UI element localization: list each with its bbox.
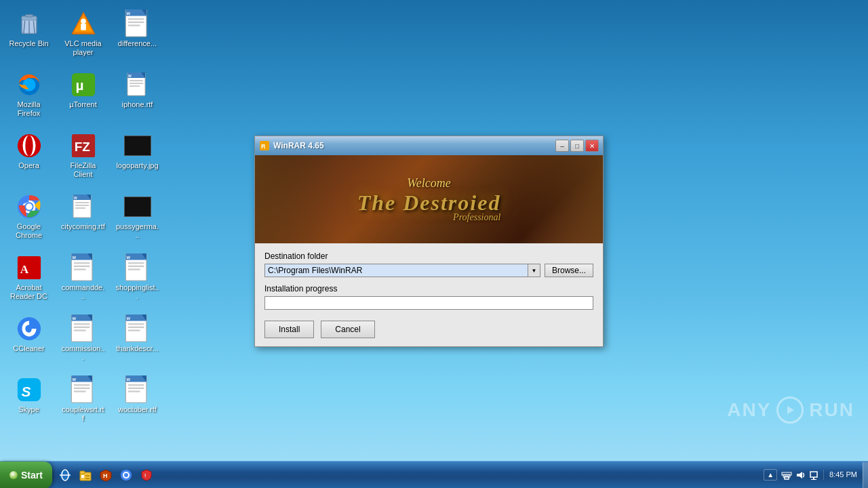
- svg-rect-82: [73, 390, 85, 392]
- svg-rect-25: [130, 83, 143, 84]
- desktop-icon-opera[interactable]: Opera: [3, 129, 54, 190]
- progress-bar-container: [264, 296, 593, 310]
- svg-rect-98: [80, 471, 85, 474]
- svg-rect-24: [130, 80, 143, 81]
- banner-face-right: [521, 155, 603, 243]
- desktop-icon-logoparty[interactable]: logoparty.jpg: [112, 129, 163, 190]
- logoparty-label: logoparty.jpg: [116, 161, 158, 170]
- dialog-body: Destination folder ▼ Browse... Installat…: [255, 243, 603, 346]
- svg-rect-73: [127, 329, 140, 331]
- tray-action-icon[interactable]: [808, 470, 819, 481]
- svg-text:W: W: [74, 196, 77, 200]
- tray-network-icon[interactable]: [781, 470, 792, 481]
- desktop-icon-firefox[interactable]: Mozilla Firefox: [3, 68, 54, 129]
- desktop-icon-chrome[interactable]: Google Chrome: [3, 190, 54, 251]
- clock-time: 8:45 PM: [829, 470, 857, 480]
- svg-rect-14: [127, 21, 144, 22]
- start-orb-icon: [9, 471, 18, 479]
- skype-label: Skype: [18, 405, 39, 414]
- svg-text:W: W: [72, 256, 76, 260]
- desktop-icon-citycoming[interactable]: W citycoming.rtf: [58, 190, 108, 251]
- commandde-label: commandde...: [61, 283, 105, 301]
- svg-point-105: [124, 473, 128, 477]
- tray-volume-icon[interactable]: [795, 470, 806, 481]
- destination-folder-label: Destination folder: [264, 251, 593, 261]
- svg-rect-41: [75, 205, 89, 206]
- desktop-icon-skype[interactable]: S Skype: [3, 373, 54, 434]
- svg-rect-51: [73, 268, 85, 270]
- shoppinglist-label: shoppinglist...: [115, 283, 159, 301]
- svg-rect-66: [73, 329, 85, 331]
- dialog-maximize-button[interactable]: □: [570, 140, 584, 152]
- chrome-label: Google Chrome: [7, 222, 51, 240]
- path-dropdown-button[interactable]: ▼: [528, 264, 540, 277]
- desktop-icon-acrobat[interactable]: A Acrobat Reader DC: [3, 251, 54, 312]
- svg-rect-8: [81, 24, 86, 30]
- tray-expand-button[interactable]: ▲: [764, 469, 777, 481]
- svg-text:W: W: [72, 378, 76, 382]
- desktop: Recycle Bin VLC media player: [0, 0, 868, 461]
- commission-label: commission...: [61, 344, 105, 362]
- svg-text:W: W: [72, 317, 76, 321]
- svg-text:W: W: [128, 74, 132, 78]
- cancel-button[interactable]: Cancel: [321, 321, 374, 338]
- desktop-icon-couplewsrt[interactable]: W couplewsrt.rtf: [58, 373, 108, 434]
- svg-rect-26: [130, 85, 140, 87]
- svg-rect-100: [85, 475, 90, 476]
- desktop-icon-filezilla[interactable]: FZ FileZilla Client: [58, 129, 108, 190]
- dialog-minimize-button[interactable]: –: [555, 140, 569, 152]
- destination-path-input[interactable]: [265, 264, 528, 277]
- desktop-icon-woctober[interactable]: W woctober.rtf: [112, 373, 163, 434]
- svg-point-60: [17, 317, 40, 340]
- opera-label: Opera: [18, 161, 39, 170]
- show-desktop-button[interactable]: [863, 462, 868, 488]
- taskbar-quick-launch: H !: [52, 466, 159, 485]
- desktop-icon-vlc[interactable]: VLC media player: [58, 7, 108, 68]
- banner-face-left: [255, 155, 336, 243]
- citycoming-label: citycoming.rtf: [61, 222, 105, 231]
- svg-rect-50: [73, 265, 90, 266]
- taskbar-tray: ▲: [758, 469, 863, 481]
- winrar-dialog: R WinRAR 4.65 – □ ✕ Welcome The Destroie…: [254, 136, 604, 347]
- browse-button[interactable]: Browse...: [545, 264, 593, 277]
- path-input-container: ▼: [264, 264, 540, 277]
- desktop-icon-recycle-bin[interactable]: Recycle Bin: [3, 7, 54, 68]
- install-button[interactable]: Install: [264, 321, 314, 338]
- system-clock[interactable]: 8:45 PM: [823, 470, 857, 480]
- acrobat-label: Acrobat Reader DC: [7, 283, 51, 301]
- svg-rect-56: [127, 262, 144, 264]
- dialog-banner: Welcome The Destroied Professional: [255, 155, 603, 243]
- taskbar-hotspot-icon[interactable]: H: [96, 466, 115, 485]
- desktop-icon-commandde[interactable]: W commandde...: [58, 251, 108, 312]
- svg-rect-87: [127, 384, 144, 386]
- svg-rect-49: [73, 262, 90, 264]
- svg-point-30: [25, 136, 33, 156]
- desktop-icon-utorrent[interactable]: µ µTorrent: [58, 68, 108, 129]
- filezilla-label: FileZilla Client: [61, 161, 105, 179]
- taskbar-ie-icon[interactable]: [56, 466, 75, 485]
- svg-rect-81: [73, 387, 90, 388]
- desktop-icon-thankdescr[interactable]: W thankdescr...: [112, 312, 163, 373]
- svg-rect-111: [810, 472, 817, 477]
- desktop-icon-ccleaner[interactable]: CCleaner: [3, 312, 54, 373]
- banner-title: The Destroied: [357, 190, 501, 216]
- desktop-icon-pussygerma[interactable]: pussygerma...: [112, 190, 163, 251]
- vlc-label: VLC media player: [61, 39, 105, 57]
- start-button[interactable]: Start: [0, 462, 52, 489]
- desktop-icon-iphone-rtf[interactable]: W iphone.rtf: [112, 68, 163, 129]
- desktop-icon-shoppinglist[interactable]: W shoppinglist...: [112, 251, 163, 312]
- taskbar-shield-icon[interactable]: !: [137, 466, 156, 485]
- svg-text:W: W: [126, 256, 130, 260]
- taskbar-chrome-icon[interactable]: [117, 466, 136, 485]
- svg-rect-113: [811, 479, 816, 480]
- svg-rect-57: [127, 265, 144, 266]
- dialog-titlebar: R WinRAR 4.65 – □ ✕: [255, 136, 603, 155]
- desktop-icon-commission[interactable]: W commission...: [58, 312, 108, 373]
- svg-rect-2: [25, 15, 33, 18]
- svg-text:FZ: FZ: [74, 140, 90, 154]
- dialog-close-button[interactable]: ✕: [585, 140, 599, 152]
- destination-path-row: ▼ Browse...: [264, 264, 593, 277]
- desktop-icon-difference[interactable]: W difference...: [112, 7, 163, 68]
- desktop-icons-grid: Recycle Bin VLC media player: [0, 3, 170, 437]
- taskbar-explorer-icon[interactable]: [76, 466, 95, 485]
